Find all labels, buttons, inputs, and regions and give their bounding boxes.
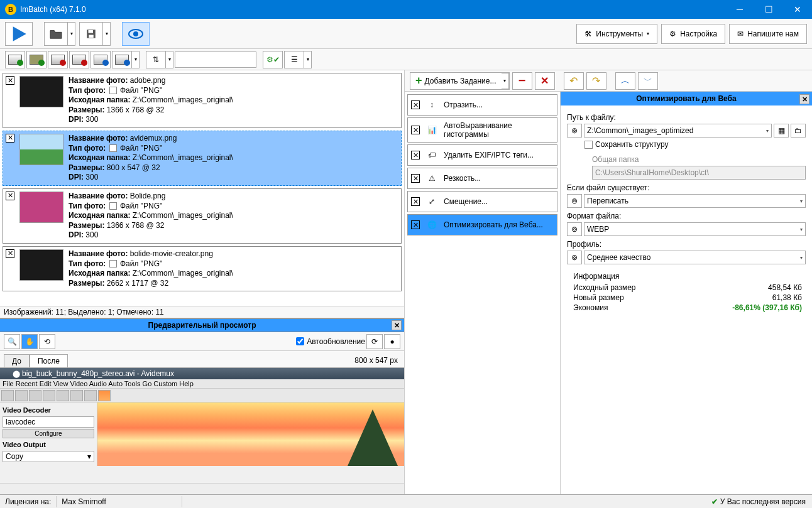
add-folder-button[interactable] — [26, 51, 47, 68]
keep-structure-check[interactable]: Сохранить структуру — [567, 138, 806, 151]
auto-update-check[interactable]: Автообновление — [296, 337, 365, 346]
move-up-button[interactable]: ︿ — [615, 72, 635, 90]
exists-tag-button[interactable]: ⊚ — [567, 194, 582, 208]
savings-row: Экономия-86,61% (397,16 Кб) — [573, 303, 806, 313]
save-dropdown[interactable]: ▾ — [103, 22, 111, 46]
maximize-button[interactable]: ☐ — [754, 0, 783, 19]
properties-panel: Оптимизировать для Веба ✕ Путь к файлу: … — [561, 92, 812, 494]
check-all-button[interactable]: ⚙✔ — [263, 51, 283, 68]
undo-button[interactable]: ↶ — [564, 72, 584, 90]
save-button[interactable] — [79, 22, 103, 46]
task-label: Удалить EXIF/IPTC теги... — [444, 151, 534, 159]
task-item[interactable]: ✕ 🏷 Удалить EXIF/IPTC теги... — [407, 144, 557, 166]
task-label: Оптимизировать для Веба... — [444, 220, 543, 229]
task-label: Смещение... — [444, 197, 488, 206]
open-dropdown[interactable]: ▾ — [68, 22, 75, 46]
image-item[interactable]: ✕ Название фото: bolide-movie-creator.pn… — [3, 246, 402, 291]
path-browse-button[interactable]: 🗀 — [791, 124, 806, 138]
refresh-button[interactable]: ⟳ — [366, 334, 383, 349]
tab-after[interactable]: После — [30, 354, 68, 367]
task-label: Резкость... — [444, 174, 481, 183]
add-task-dropdown[interactable]: ▾ — [502, 73, 509, 89]
preview-hscroll[interactable] — [0, 483, 404, 494]
task-checkbox[interactable]: ✕ — [411, 126, 420, 134]
preview-dims: 800 x 547 px — [348, 354, 404, 367]
common-folder-label: Общая папка — [567, 155, 806, 164]
item-checkbox[interactable]: ✕ — [6, 76, 14, 85]
item-info: Название фото: avidemux.png Тип фото: Фа… — [69, 134, 398, 183]
pan-button[interactable]: ✋ — [21, 334, 38, 349]
task-checkbox[interactable]: ✕ — [411, 174, 420, 183]
move-down-button[interactable]: ﹀ — [638, 72, 658, 90]
mail-icon: ✉ — [737, 30, 743, 38]
task-checkbox[interactable]: ✕ — [411, 197, 420, 206]
task-item[interactable]: ✕ 🌐 Оптимизировать для Веба... — [407, 214, 557, 235]
task-icon: 🌐 — [425, 218, 439, 232]
preview-toolbar: 🔍 ✋ ⟲ Автообновление ⟳ ● — [0, 332, 404, 351]
thumbnail — [19, 76, 63, 107]
contact-button[interactable]: ✉ Напишите нам — [729, 24, 807, 44]
item-checkbox[interactable]: ✕ — [6, 192, 14, 200]
task-item[interactable]: ✕ ↕ Отразить... — [407, 94, 557, 116]
open-button[interactable] — [44, 22, 68, 46]
profile-tag-button[interactable]: ⊚ — [567, 251, 582, 264]
thumbnail — [19, 192, 63, 223]
item-checkbox[interactable]: ✕ — [6, 134, 14, 143]
minimize-button[interactable]: ─ — [725, 0, 754, 19]
task-list[interactable]: ✕ ↕ Отразить...✕ 📊 АвтоВыравнивание гист… — [405, 92, 561, 494]
clear-tasks-button[interactable]: ✕ — [535, 72, 555, 90]
clear-list-button[interactable] — [69, 51, 89, 68]
path-input[interactable]: Z:\Common\_images_optimized▾ — [584, 124, 772, 138]
rotate-right-button[interactable] — [112, 51, 132, 68]
check-icon: ✔ — [711, 497, 718, 506]
properties-title: Оптимизировать для Веба — [636, 94, 736, 103]
path-add-button[interactable]: ▦ — [774, 124, 789, 138]
sort-dropdown[interactable]: ▾ — [166, 51, 173, 68]
image-list[interactable]: ✕ Название фото: adobe.png Тип фото: Фай… — [0, 70, 404, 306]
add-task-button[interactable]: +Добавить Задание... ▾ — [410, 72, 510, 90]
filter-input[interactable] — [175, 51, 256, 68]
settings-button[interactable]: ⚙ Настройка — [661, 24, 725, 44]
task-checkbox[interactable]: ✕ — [411, 100, 420, 109]
profile-select[interactable]: Среднее качество▾ — [584, 251, 806, 264]
item-checkbox[interactable]: ✕ — [6, 249, 14, 258]
license-value: Max Smirnoff — [57, 496, 182, 507]
item-info: Название фото: adobe.png Тип фото: Файл … — [69, 76, 398, 125]
task-item[interactable]: ✕ ⚠ Резкость... — [407, 168, 557, 189]
rotate-dropdown[interactable]: ▾ — [132, 51, 140, 68]
properties-close-button[interactable]: ✕ — [799, 94, 809, 104]
task-icon: ⤢ — [425, 195, 439, 208]
redo-button[interactable]: ↷ — [586, 72, 606, 90]
tools-button[interactable]: 🛠 Инструменты▾ — [576, 24, 657, 44]
exists-select[interactable]: Переписать▾ — [584, 194, 806, 208]
task-item[interactable]: ✕ 📊 АвтоВыравнивание гистограммы — [407, 117, 557, 143]
fit-button[interactable]: ⟲ — [39, 334, 55, 349]
image-item[interactable]: ✕ Название фото: Bolide.png Тип фото: Фа… — [3, 188, 402, 244]
remove-image-button[interactable] — [48, 51, 68, 68]
format-tag-button[interactable]: ⊚ — [567, 222, 582, 236]
image-item[interactable]: ✕ Название фото: avidemux.png Тип фото: … — [3, 131, 402, 186]
sort-button[interactable]: ⇅ — [146, 51, 166, 68]
record-button[interactable]: ● — [384, 334, 400, 349]
rotate-left-button[interactable] — [91, 51, 111, 68]
view-mode-dropdown[interactable]: ▾ — [304, 51, 312, 68]
preview-toggle-button[interactable] — [122, 22, 150, 46]
path-tag-button[interactable]: ⊚ — [567, 124, 582, 138]
task-item[interactable]: ✕ ⤢ Смещение... — [407, 191, 557, 212]
right-pane: +Добавить Задание... ▾ − ✕ ↶ ↷ ︿ ﹀ ✕ ↕ О… — [405, 70, 812, 494]
close-button[interactable]: ✕ — [783, 0, 812, 19]
task-label: АвтоВыравнивание гистограммы — [444, 121, 554, 139]
preview-title: Предварительный просмотр — [148, 321, 256, 330]
image-item[interactable]: ✕ Название фото: adobe.png Тип фото: Фай… — [3, 73, 402, 128]
run-button[interactable] — [5, 22, 33, 46]
task-checkbox[interactable]: ✕ — [411, 151, 420, 159]
info-label: Информация — [573, 272, 806, 281]
zoom-in-button[interactable]: 🔍 — [4, 334, 20, 349]
tab-before[interactable]: До — [4, 354, 30, 367]
remove-task-button[interactable]: − — [512, 72, 532, 90]
add-image-button[interactable] — [5, 51, 25, 68]
view-mode-button[interactable]: ☰ — [284, 51, 304, 68]
task-checkbox[interactable]: ✕ — [411, 220, 420, 229]
format-select[interactable]: WEBP▾ — [584, 222, 806, 236]
preview-close-button[interactable]: ✕ — [392, 320, 402, 330]
